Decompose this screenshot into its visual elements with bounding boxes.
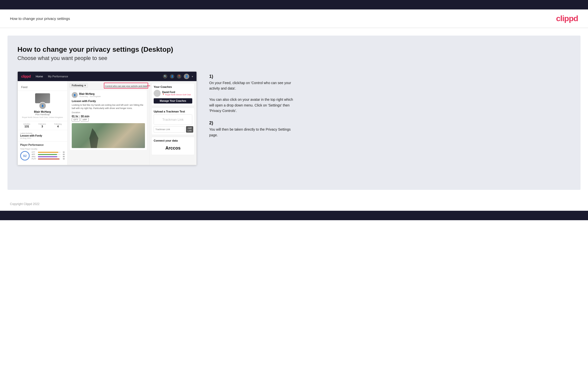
- trackman-widget: Upload a Trackman Test Trackman Link Add…: [151, 108, 195, 135]
- tpq-bar-value: 85: [61, 154, 65, 155]
- person-icon[interactable]: 👤: [170, 74, 174, 79]
- search-icon[interactable]: 🔍: [163, 74, 167, 79]
- app-navbar: clippd Home My Performance 🔍 👤 📍 👤 ▾: [18, 72, 196, 81]
- activity-user-info: Blair McHarg Yesterday · Sunningdale: [79, 93, 101, 98]
- instructions: 1) On your Feed, click/tap on 'Control w…: [204, 71, 571, 145]
- tag-app: APP: [81, 118, 89, 122]
- tpq-bar-track: [38, 154, 61, 155]
- app-body: Feed 👤 Blair McHarg Plus Handicap Royal …: [18, 81, 196, 165]
- followers-value: 3: [39, 125, 46, 128]
- profile-club: Royal North Devon Golf Club, United King…: [20, 116, 65, 118]
- tpq-bar-label: ARG: [32, 156, 37, 157]
- followers-label: Followers: [39, 123, 46, 125]
- bottom-bar: [0, 211, 588, 220]
- coach-item: David Ford 📍 Royal North Devon Golf Club: [154, 90, 192, 97]
- trackman-link-input[interactable]: [154, 126, 185, 133]
- app-feed: Following ▾ Control who can see your act…: [67, 81, 149, 165]
- following-chevron: ▾: [84, 84, 86, 87]
- app-frame: clippd Home My Performance 🔍 👤 📍 👤 ▾ Fee…: [17, 71, 197, 165]
- following-value: 4: [54, 125, 62, 128]
- logo: clippd: [556, 14, 578, 23]
- step2-text: You will then be taken directly to the P…: [209, 127, 294, 138]
- profile-card: 👤 Blair McHarg Plus Handicap Royal North…: [18, 91, 67, 121]
- following-button[interactable]: Following ▾: [69, 83, 88, 88]
- latest-activity: Latest Activity Lesson with Fordy 03 Aug…: [18, 130, 67, 142]
- trackman-title: Upload a Trackman Test: [154, 110, 192, 113]
- trackman-placeholder-text: Trackman Link: [156, 118, 190, 121]
- activity-avatar: 👤: [72, 92, 78, 98]
- nav-home[interactable]: Home: [36, 75, 43, 78]
- footer-text: Copyright Clippd 2022: [10, 202, 40, 206]
- coach-info: David Ford 📍 Royal North Devon Golf Club: [162, 91, 191, 96]
- tpq-bar-value: 86: [61, 156, 65, 157]
- tpq-bar-row: APP 85: [32, 154, 65, 155]
- nav-my-performance[interactable]: My Performance: [48, 75, 68, 78]
- activity-tags: OTT APP: [72, 118, 145, 122]
- coach-avatar: [154, 90, 161, 97]
- player-performance: Player Performance Total Player Quality …: [18, 142, 67, 162]
- coach-club-name: Royal North Devon Golf Club: [165, 94, 191, 96]
- profile-handicap: Plus Handicap: [20, 113, 65, 116]
- stat-following: Following 4: [54, 123, 62, 128]
- avatar-chevron[interactable]: ▾: [192, 75, 193, 78]
- activities-label: Activities: [23, 123, 30, 125]
- stat-activities: Activities 131: [23, 123, 30, 128]
- tpq-label: Total Player Quality: [20, 148, 65, 150]
- activity-meta: Yesterday · Sunningdale: [79, 95, 101, 98]
- pp-title: Player Performance: [20, 144, 65, 146]
- page-subheading: Choose what you want people to see: [17, 55, 571, 61]
- control-privacy-link[interactable]: Control who can see your activity and da…: [105, 85, 147, 87]
- activity-duration-label: Duration: [72, 111, 145, 114]
- footer: Copyright Clippd 2022: [0, 197, 588, 211]
- manage-coaches-button[interactable]: Manage Your Coaches: [154, 98, 192, 104]
- coach-name: David Ford: [162, 91, 191, 94]
- tpq-bars: OTT 90 APP 85 ARG 86 PUTT: [32, 151, 65, 160]
- latest-activity-date: 03 Aug 2022: [20, 137, 65, 139]
- step1-text: On your Feed, click/tap on 'Control who …: [209, 80, 294, 113]
- profile-bg: [35, 93, 50, 103]
- nav-avatar[interactable]: 👤: [184, 74, 189, 79]
- tpq-bar-row: ARG 86: [32, 156, 65, 157]
- tpq-bar-fill: [38, 152, 58, 153]
- tpq-bar-track: [38, 156, 61, 157]
- main-content: How to change your privacy settings (Des…: [7, 36, 581, 190]
- tpq-bar-fill: [38, 156, 57, 157]
- tpq-bar-row: OTT 90: [32, 151, 65, 153]
- feed-header: Following ▾ Control who can see your act…: [69, 83, 147, 88]
- app-sidebar: Feed 👤 Blair McHarg Plus Handicap Royal …: [18, 81, 67, 165]
- trackman-placeholder-area: Trackman Link: [154, 114, 192, 125]
- activities-value: 131: [23, 125, 30, 128]
- activity-image: [72, 123, 145, 148]
- top-bar: [0, 0, 588, 9]
- control-link-wrap: Control who can see your activity and da…: [105, 83, 147, 88]
- tpq-bar-label: OTT: [32, 151, 37, 153]
- activity-title: Lesson with Fordy: [72, 100, 145, 103]
- app-logo: clippd: [21, 74, 31, 78]
- tpq-bar-track: [38, 158, 61, 159]
- red-arrow-line: [147, 86, 150, 86]
- activity-desc: Looking to feel like my hands are exitin…: [72, 104, 145, 110]
- instruction-step-1: 1) On your Feed, click/tap on 'Control w…: [209, 74, 571, 113]
- location-icon[interactable]: 📍: [177, 74, 181, 79]
- tpq-bar-fill: [38, 158, 60, 159]
- app-screenshot: clippd Home My Performance 🔍 👤 📍 👤 ▾ Fee…: [17, 71, 571, 165]
- step1-number: 1): [209, 74, 571, 79]
- latest-activity-title: Lesson with Fordy: [20, 134, 65, 137]
- pin-icon: 📍: [162, 94, 165, 96]
- coaches-title: Your Coaches: [154, 85, 192, 88]
- connect-data-title: Connect your data: [154, 139, 192, 142]
- instruction-step-2: 2) You will then be taken directly to th…: [209, 120, 571, 138]
- profile-stats: Activities 131 Followers 3 Following 4: [18, 121, 67, 130]
- add-link-button[interactable]: Add Link: [186, 126, 193, 133]
- connect-data-widget: Connect your data Arccos: [151, 137, 195, 155]
- tpq-bar-label: PUTT: [32, 158, 37, 160]
- activity-user-name: Blair McHarg: [79, 93, 101, 95]
- tpq-bar-value: 90: [61, 151, 65, 153]
- following-label: Following: [72, 84, 83, 87]
- nav-icons: 🔍 👤 📍 👤 ▾: [163, 74, 193, 79]
- tpq-circle: 92: [20, 151, 30, 160]
- feed-tab[interactable]: Feed: [18, 84, 67, 91]
- profile-avatar-wrap: 👤: [35, 93, 50, 108]
- annotation-area: Following ▾ Control who can see your act…: [69, 83, 147, 88]
- latest-activity-label: Latest Activity: [20, 132, 65, 134]
